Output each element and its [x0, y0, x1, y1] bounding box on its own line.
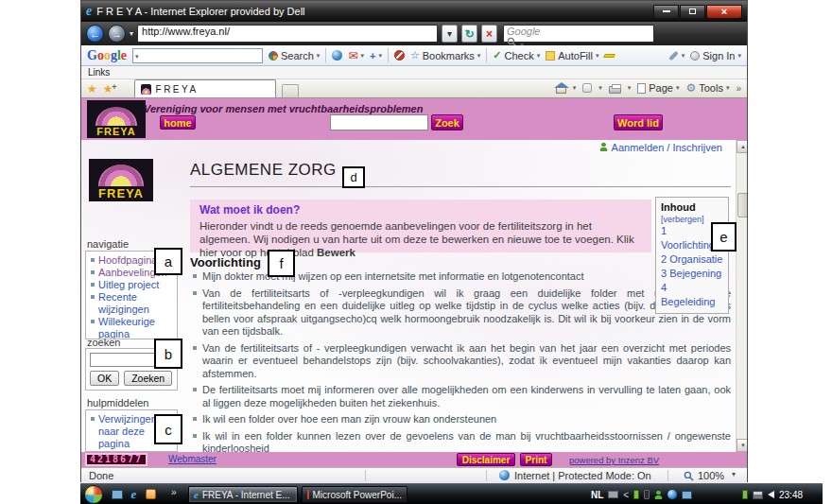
- toc-item-bejegening[interactable]: 3 Bejegening: [661, 267, 723, 281]
- highlighter-icon[interactable]: [604, 54, 616, 58]
- maximize-button[interactable]: [680, 5, 705, 19]
- show-desktop-icon[interactable]: [111, 488, 123, 500]
- chevron-down-icon[interactable]: [573, 84, 577, 92]
- zoek-button[interactable]: Zoek: [431, 114, 463, 130]
- toolbar-overflow-icon[interactable]: [736, 83, 741, 94]
- vertical-scrollbar[interactable]: [736, 140, 747, 452]
- ok-button[interactable]: OK: [90, 371, 119, 386]
- favorites-star-icon[interactable]: [87, 80, 97, 97]
- power-icon[interactable]: [742, 490, 748, 499]
- google-search-dropdown-icon[interactable]: [135, 53, 139, 60]
- task-powerpoint[interactable]: Microsoft PowerPoi...: [302, 486, 407, 503]
- home-icon[interactable]: [556, 87, 566, 94]
- battery-icon[interactable]: [633, 490, 639, 499]
- print-icon[interactable]: [609, 86, 621, 94]
- mail-quicklaunch-icon[interactable]: [145, 488, 157, 500]
- language-indicator[interactable]: NL: [591, 490, 603, 500]
- browser-search-box[interactable]: [503, 25, 654, 43]
- scroll-down-button[interactable]: [737, 439, 747, 452]
- back-button[interactable]: [86, 25, 104, 43]
- freya-fan-icon: [98, 165, 145, 186]
- address-bar[interactable]: http://www.freya.nl/: [137, 25, 438, 43]
- chevron-down-icon: [676, 84, 680, 92]
- sidebar-item-uitleg-project[interactable]: Uitleg project: [88, 279, 175, 291]
- refresh-button[interactable]: [461, 25, 477, 43]
- status-separator: [365, 470, 366, 481]
- toc-item-begeleiding[interactable]: 4 Begeleiding: [661, 281, 723, 309]
- quicklaunch-overflow-icon[interactable]: [171, 487, 177, 497]
- toc-hide-link[interactable]: [verbergen]: [661, 215, 704, 224]
- volume-icon[interactable]: [768, 491, 774, 498]
- history-dropdown-icon[interactable]: [130, 29, 133, 38]
- site-search-input[interactable]: [330, 114, 428, 130]
- signin-button[interactable]: Sign In: [690, 50, 741, 61]
- display-icon[interactable]: [682, 491, 692, 499]
- person-icon: [599, 143, 608, 151]
- links-bar[interactable]: Links: [81, 66, 747, 79]
- google-search-field[interactable]: [132, 48, 263, 63]
- chevron-down-icon[interactable]: [598, 84, 602, 92]
- forward-button[interactable]: [108, 25, 126, 43]
- messenger-icon[interactable]: [654, 491, 663, 499]
- plus-icon: [370, 50, 375, 61]
- signup-link[interactable]: Aanmelden / Inschrijven: [612, 142, 722, 153]
- mail-button[interactable]: [348, 49, 364, 62]
- browser-search-input[interactable]: [507, 26, 642, 37]
- task-freya[interactable]: FREYA - Internet E...: [188, 486, 298, 503]
- tools-menu-button[interactable]: Tools: [685, 82, 729, 94]
- clock[interactable]: 23:48: [779, 490, 803, 500]
- zoom-dropdown-icon[interactable]: [732, 470, 736, 478]
- webmaster-link[interactable]: Webmaster: [168, 454, 217, 464]
- home-button[interactable]: home: [160, 115, 196, 130]
- toc-item-organisatie[interactable]: 2 Organisatie: [661, 252, 723, 267]
- spellcheck-button[interactable]: Check: [493, 49, 540, 61]
- toolbar-options-button[interactable]: [668, 52, 685, 60]
- task-label: FREYA - Internet E...: [202, 490, 290, 500]
- chevron-down-icon[interactable]: [628, 84, 632, 92]
- page-menu-button[interactable]: Page: [637, 82, 679, 94]
- list-item-text: Ik wil een folder over hoe een man zijn …: [202, 413, 496, 426]
- intro-title[interactable]: Wat moet ik doen?: [199, 203, 642, 217]
- add-favorite-icon[interactable]: [103, 80, 113, 97]
- scroll-up-button[interactable]: [737, 140, 747, 153]
- tray-collapse-icon[interactable]: [623, 490, 629, 500]
- sidebar-link[interactable]: Uitleg project: [98, 279, 159, 291]
- add-gadget-button[interactable]: [370, 50, 382, 61]
- scrollbar-thumb[interactable]: [737, 193, 747, 217]
- bullet-list: Mijn dokter moet mij wijzen op een inter…: [190, 270, 731, 452]
- ie-quicklaunch-icon[interactable]: [128, 488, 140, 500]
- feeds-icon[interactable]: [582, 83, 592, 93]
- zoom-icon[interactable]: [684, 471, 694, 481]
- disclaimer-button[interactable]: Disclaimer: [457, 453, 515, 466]
- zoeken-button[interactable]: Zoeken: [124, 371, 172, 386]
- section-title: Voorlichting: [190, 255, 261, 269]
- powered-by-link[interactable]: powered by Inzenz BV: [569, 455, 659, 465]
- google-search-button[interactable]: Search: [269, 50, 320, 61]
- stop-button[interactable]: [481, 25, 497, 43]
- earth-icon[interactable]: [332, 50, 342, 61]
- intro-text-body: Hieronder vindt u de reeds genoemde aanb…: [199, 220, 634, 258]
- network-icon[interactable]: [753, 491, 763, 499]
- word-lid-button[interactable]: Word lid: [614, 114, 663, 130]
- close-button[interactable]: [706, 5, 742, 19]
- address-dropdown-button[interactable]: [442, 25, 458, 43]
- autofill-button[interactable]: AutoFill: [546, 50, 598, 61]
- device-icon[interactable]: [644, 490, 650, 499]
- new-tab-button[interactable]: [282, 84, 299, 97]
- sidebar-item-recente-wijzigingen[interactable]: Recente wijzigingen: [88, 291, 175, 316]
- bookmark-star-icon: [410, 49, 420, 61]
- minimize-button[interactable]: [653, 5, 679, 19]
- start-button[interactable]: [84, 485, 103, 504]
- keyboard-tray-icon[interactable]: [608, 491, 618, 498]
- freya-logo: FREYA: [87, 100, 146, 138]
- navigatie-label: navigatie: [87, 238, 129, 250]
- print-button[interactable]: Print: [520, 453, 552, 466]
- powerpoint-icon: [307, 490, 309, 499]
- sidebar-link[interactable]: Hoofdpagina: [98, 254, 157, 267]
- network-globe-icon[interactable]: [667, 490, 677, 499]
- sidebar-link[interactable]: Recente wijzigingen: [98, 291, 175, 316]
- zoom-level[interactable]: 100%: [698, 470, 724, 481]
- bookmarks-button[interactable]: Bookmarks: [410, 49, 480, 61]
- popup-blocker-icon[interactable]: [394, 50, 405, 61]
- tab-freya[interactable]: FREYA: [134, 79, 276, 97]
